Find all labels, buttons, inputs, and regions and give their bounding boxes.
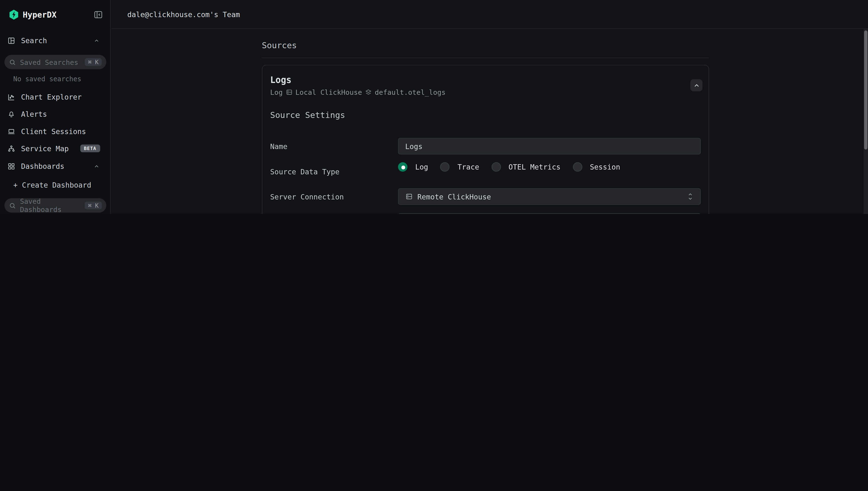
sidebar-item-label: Dashboards — [21, 162, 64, 170]
cmd-k-shortcut: ⌘ K — [85, 58, 102, 66]
saved-searches-placeholder: Saved Searches — [20, 58, 81, 66]
name-input[interactable]: Logs — [398, 138, 701, 154]
hyperdx-app: HyperDX Search Saved Searches ⌘ K No sav… — [0, 0, 868, 214]
collapse-logs-button[interactable] — [690, 79, 702, 91]
logs-source-title: Logs — [270, 75, 291, 85]
stack-icon — [365, 88, 372, 96]
source-settings-heading: Source Settings — [270, 110, 345, 120]
radio-session[interactable] — [573, 162, 582, 172]
sidebar-item-label: Alerts — [21, 110, 47, 118]
no-saved-searches-text: No saved searches — [13, 75, 81, 83]
network-icon — [7, 144, 16, 152]
radio-otel-metrics[interactable] — [491, 162, 501, 172]
server-icon — [286, 88, 293, 96]
database-select[interactable]: otel_v2 — [398, 213, 701, 214]
source-type: Log — [270, 88, 282, 96]
radio-log-label[interactable]: Log — [415, 163, 428, 171]
cmd-k-shortcut: ⌘ K — [85, 202, 102, 209]
laptop-icon — [7, 127, 16, 135]
table-path: default.otel_logs — [375, 88, 446, 96]
logs-source-meta: Log Local ClickHouse default.otel_logs — [270, 88, 446, 96]
sidebar: HyperDX Search Saved Searches ⌘ K No sav… — [0, 0, 111, 214]
brand-name: HyperDX — [23, 10, 56, 19]
beta-badge: BETA — [80, 144, 100, 152]
sidebar-item-label: Service Map — [21, 144, 69, 152]
saved-searches-input[interactable]: Saved Searches ⌘ K — [4, 55, 106, 69]
radio-session-label[interactable]: Session — [590, 163, 620, 171]
radio-trace-label[interactable]: Trace — [458, 163, 479, 171]
bell-icon — [7, 110, 16, 118]
sidebar-item-chart-explorer[interactable]: Chart Explorer — [7, 88, 103, 105]
connection-name: Local ClickHouse — [295, 88, 362, 96]
search-grid-icon — [7, 36, 16, 45]
collapse-sidebar-icon[interactable] — [94, 10, 103, 19]
saved-dashboards-input[interactable]: Saved Dashboards ⌘ K — [4, 198, 106, 213]
scrollbar-thumb[interactable] — [864, 30, 868, 149]
source-data-type-label: Source Data Type — [270, 168, 339, 176]
source-data-type-radios: Log Trace OTEL Metrics Session — [398, 162, 625, 172]
sidebar-item-dashboards[interactable]: Dashboards — [7, 158, 103, 174]
name-value: Logs — [405, 142, 423, 150]
divider — [262, 58, 709, 58]
select-chevrons-icon — [687, 193, 694, 200]
sidebar-item-label: Search — [21, 36, 47, 45]
sidebar-item-alerts[interactable]: Alerts — [7, 106, 103, 122]
saved-dashboards-placeholder: Saved Dashboards — [20, 197, 81, 214]
sidebar-item-client-sessions[interactable]: Client Sessions — [7, 123, 103, 140]
radio-otel-metrics-label[interactable]: OTEL Metrics — [509, 163, 561, 171]
server-connection-value: Remote ClickHouse — [417, 193, 491, 201]
grid-icon — [7, 162, 16, 170]
name-label: Name — [270, 142, 288, 150]
search-icon — [9, 58, 16, 66]
radio-trace[interactable] — [440, 162, 450, 172]
search-icon — [9, 202, 16, 209]
sidebar-item-search[interactable]: Search — [7, 32, 103, 49]
sidebar-item-service-map[interactable]: Service Map BETA — [7, 140, 103, 157]
sidebar-item-label: Client Sessions — [21, 127, 86, 135]
radio-log[interactable] — [398, 162, 408, 172]
server-connection-label: Server Connection — [270, 193, 343, 201]
sources-heading: Sources — [262, 40, 297, 50]
chart-icon — [7, 93, 16, 101]
chevron-up-icon — [94, 37, 99, 44]
chevron-up-icon — [94, 163, 99, 169]
server-icon — [405, 193, 413, 200]
team-title: dale@clickhouse.com's Team — [127, 10, 240, 19]
sidebar-item-label: Chart Explorer — [21, 93, 82, 101]
hyperdx-logo-icon — [9, 9, 19, 20]
brand[interactable]: HyperDX — [9, 9, 57, 20]
topbar: dale@clickhouse.com's Team — [111, 0, 868, 29]
create-dashboard-link[interactable]: + Create Dashboard — [13, 181, 91, 189]
server-connection-select[interactable]: Remote ClickHouse — [398, 189, 701, 205]
